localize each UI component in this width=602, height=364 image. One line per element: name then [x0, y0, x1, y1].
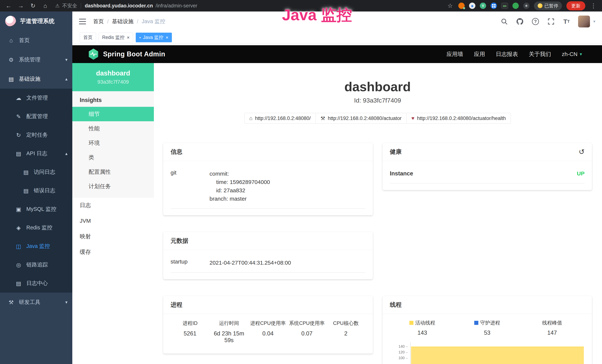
breadcrumb-infra[interactable]: 基础设施	[112, 18, 133, 25]
annotation-text: Java 监控	[282, 7, 352, 23]
card-title: 进程	[171, 301, 366, 309]
extension-dark-icon[interactable]: ∗	[523, 3, 529, 9]
extension-grid-icon[interactable]	[491, 3, 497, 9]
sidebar-item-error-log[interactable]: ▤ 错误日志	[0, 181, 72, 200]
sidebar-item-api-log[interactable]: ▤ API 日志 ▴	[0, 144, 72, 163]
col-header: 进程CPU使用率	[248, 320, 287, 327]
sidebar-item-file[interactable]: ☁ 文件管理	[0, 89, 72, 107]
wrench-icon: ⚒	[321, 115, 325, 121]
tab-label: 首页	[83, 34, 93, 40]
item-label: 访问日志	[34, 168, 55, 176]
tab-redis[interactable]: Redis 监控 ×	[99, 33, 133, 42]
home-icon[interactable]: ⌂	[42, 2, 49, 9]
sidebar-item-infra[interactable]: ▤ 基础设施 ▴	[0, 69, 72, 89]
history-icon[interactable]: ↺	[579, 148, 585, 156]
sba-item-details[interactable]: 细节	[72, 107, 154, 121]
sidebar-item-mysql[interactable]: ▣ MySQL 监控	[0, 200, 72, 218]
row-label: startup	[171, 258, 210, 267]
paused-label: 已暂停	[544, 3, 558, 9]
caret-down-icon: ▾	[593, 19, 595, 24]
metadata-card: 元数据 startup 2021-04-27T00:44:31.254+08:0…	[163, 232, 373, 279]
kebab-menu-icon[interactable]: ⋮	[590, 2, 597, 9]
spring-boot-admin: Spring Boot Admin 应用墙 应用 日志报表 关于我们 zh-CN…	[72, 45, 602, 364]
heart-icon: ♥	[411, 115, 415, 121]
link-actuator-url[interactable]: ⚒ http://192.168.0.2:48080/actuator	[316, 113, 407, 124]
sba-item-environment[interactable]: 环境	[72, 136, 154, 150]
search-icon[interactable]	[500, 17, 508, 26]
sba-item-caches[interactable]: 缓存	[72, 244, 154, 260]
hamburger-icon[interactable]	[79, 19, 86, 24]
breadcrumb-home[interactable]: 首页	[93, 18, 104, 25]
sidebar-item-home[interactable]: ⌂ 首页	[0, 31, 72, 50]
sidebar-item-redis[interactable]: ◈ Redis 监控	[0, 218, 72, 237]
sba-item-config-props[interactable]: 配置属性	[72, 165, 154, 179]
sba-item-logs[interactable]: 日志	[72, 197, 154, 213]
health-instance-label: Instance	[390, 170, 577, 177]
avatar[interactable]	[578, 16, 590, 27]
sidebar-item-config[interactable]: ✎ 配置管理	[0, 107, 72, 126]
legend-label: 守护进程	[480, 320, 500, 326]
extension-pin-icon[interactable]: ◉	[469, 3, 475, 9]
extension-switch-icon[interactable]: on	[501, 3, 508, 9]
threads-legend: 活动线程 143 守护进程 53 线程峰值	[390, 318, 585, 336]
sidebar-item-system[interactable]: ⚙ 系统管理 ▾	[0, 50, 72, 69]
eye-icon: ◎	[15, 262, 22, 268]
sidebar-item-trace[interactable]: ◎ 链路追踪	[0, 256, 72, 274]
nav-about[interactable]: 关于我们	[529, 50, 551, 58]
breadcrumb: 首页 / 基础设施 / Java 监控	[93, 18, 165, 25]
instance-header[interactable]: dashboard 93a3fc7f7409	[72, 63, 154, 91]
help-icon[interactable]: ?	[531, 17, 539, 26]
link-health-url[interactable]: ♥ http://192.168.0.2:48080/actuator/heal…	[406, 113, 511, 124]
grid-glyph	[492, 4, 495, 8]
fullscreen-icon[interactable]	[547, 17, 555, 26]
sba-item-jvm[interactable]: JVM	[72, 213, 154, 229]
insights-group: Insights 细节 性能 环境 类 配置属性 计划任务	[72, 91, 154, 197]
forward-icon[interactable]: →	[17, 2, 24, 9]
tab-java[interactable]: ● Java 监控 ×	[136, 33, 172, 42]
extension-leaf-icon[interactable]	[512, 3, 519, 9]
update-button[interactable]: 更新	[566, 1, 585, 11]
infra-icon: ▤	[7, 76, 15, 82]
sba-main: dashboard Id: 93a3fc7f7409 ⌂ http://192.…	[154, 63, 602, 364]
address-bar[interactable]: ⚠ 不安全 dashboard.yudao.iocoder.cn/infra/a…	[55, 2, 197, 9]
nav-applications-wall[interactable]: 应用墙	[446, 50, 463, 58]
app-sidebar: 芋道管理系统 ⌂ 首页 ⚙ 系统管理 ▾ ▤ 基础设施 ▴ ☁ 文件管理	[0, 11, 72, 364]
y-tick: 140	[398, 344, 408, 349]
close-icon[interactable]: ×	[127, 35, 129, 40]
sidebar-item-log-center[interactable]: ▤ 日志中心	[0, 274, 72, 293]
link-base-url[interactable]: ⌂ http://192.168.0.2:48080/	[244, 113, 316, 124]
paused-badge[interactable]: 已暂停	[534, 1, 562, 10]
instance-id: 93a3fc7f7409	[97, 79, 129, 85]
sidebar-item-devtools[interactable]: ⚒ 研发工具 ▾	[0, 293, 72, 312]
layers-icon: ◈	[15, 225, 22, 231]
github-icon[interactable]	[516, 17, 524, 26]
gap	[72, 43, 602, 45]
font-size-icon[interactable]: TT	[562, 17, 571, 26]
nav-applications[interactable]: 应用	[474, 50, 485, 58]
sidebar-item-java[interactable]: ◫ Java 监控	[0, 237, 72, 256]
bookmark-star-icon[interactable]: ☆	[446, 2, 454, 9]
close-icon[interactable]: ×	[166, 35, 168, 40]
reload-icon[interactable]: ↻	[29, 2, 37, 9]
sidebar-item-job[interactable]: ↻ 定时任务	[0, 126, 72, 144]
sba-nav: 应用墙 应用 日志报表 关于我们 zh-CN ▾	[446, 50, 582, 58]
process-col-syscpu: 系统CPU使用率 0.07	[287, 320, 326, 344]
back-icon[interactable]: ←	[5, 2, 12, 9]
tab-home[interactable]: 首页	[80, 33, 96, 42]
sidebar-item-access-log[interactable]: ▤ 访问日志	[0, 163, 72, 181]
extension-vue-icon[interactable]: V	[480, 3, 486, 9]
sba-item-metrics[interactable]: 性能	[72, 121, 154, 136]
chart-plot-area	[410, 343, 585, 364]
sba-item-mappings[interactable]: 映射	[72, 229, 154, 244]
card-header: 健康 ↺	[383, 143, 592, 161]
sba-item-classes[interactable]: 类	[72, 150, 154, 165]
nav-journal[interactable]: 日志报表	[496, 50, 518, 58]
y-tick: 100	[398, 356, 408, 360]
language-selector[interactable]: zh-CN ▾	[562, 51, 582, 57]
timer-icon: ↻	[15, 132, 22, 138]
instance-id-line: Id: 93a3fc7f7409	[163, 97, 592, 104]
insights-label: Insights	[72, 91, 154, 107]
sba-item-scheduled-tasks[interactable]: 计划任务	[72, 179, 154, 193]
extension-orange-icon[interactable]	[458, 3, 465, 9]
legend-value: 53	[455, 330, 520, 336]
